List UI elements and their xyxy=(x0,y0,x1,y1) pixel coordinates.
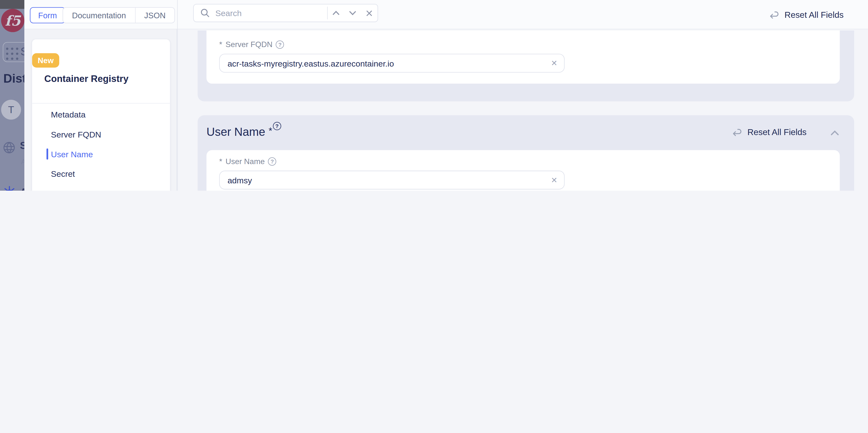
nav-item-label: Email xyxy=(51,189,72,191)
help-icon[interactable]: ? xyxy=(276,40,284,49)
required-mark: * xyxy=(219,157,222,166)
user-name-card: * User Name ? ✕ xyxy=(207,150,840,191)
nav-item-server-fqdn[interactable]: Server FQDN xyxy=(51,128,101,140)
sidebar-item-label[interactable]: S xyxy=(20,140,24,152)
f5-logo-text: f5 xyxy=(5,13,21,28)
app-window: f5 S Dist T S A A xyxy=(0,0,868,191)
server-fqdn-card: * Server FQDN ? ✕ xyxy=(207,30,840,84)
undo-icon xyxy=(731,127,742,138)
nav-item-label: User Name xyxy=(51,149,93,159)
nav-item-email[interactable]: Email xyxy=(51,187,72,191)
nav-item-user-name[interactable]: User Name xyxy=(51,148,93,160)
field-label-text: User Name xyxy=(225,157,265,166)
required-mark: * xyxy=(269,126,272,137)
tab-json[interactable]: JSON xyxy=(135,8,175,23)
reset-fields-label: Reset All Fields xyxy=(747,127,807,138)
console-header-strip xyxy=(0,0,24,9)
workspace-label-truncated: S xyxy=(21,45,24,58)
console-title-truncated: Dist xyxy=(3,71,24,86)
nav-item-secret[interactable]: Secret xyxy=(51,167,75,179)
search-prev-button[interactable] xyxy=(328,4,344,22)
search-clear-button[interactable] xyxy=(361,4,378,22)
server-fqdn-input[interactable] xyxy=(226,58,551,68)
reset-all-fields-button[interactable]: Reset All Fields xyxy=(768,0,844,29)
form-nav-panel: New Container Registry Metadata Server F… xyxy=(24,29,177,191)
view-tabs: Documentation JSON xyxy=(63,7,175,23)
field-label-text: Server FQDN xyxy=(225,40,273,49)
user-name-reset-button[interactable]: Reset All Fields xyxy=(731,127,807,138)
user-name-field-label: * User Name ? xyxy=(219,157,277,166)
chevron-up-icon xyxy=(332,10,340,16)
required-mark: * xyxy=(219,40,222,49)
clear-input-icon[interactable]: ✕ xyxy=(551,59,558,67)
search-next-button[interactable] xyxy=(344,4,361,22)
collapse-section-button[interactable] xyxy=(830,130,839,136)
object-type-title: Container Registry xyxy=(44,74,129,85)
sidebar-item-sublabel: A xyxy=(21,157,24,166)
chevron-up-icon xyxy=(830,130,839,136)
tab-documentation[interactable]: Documentation xyxy=(63,8,135,23)
grid-icon xyxy=(5,47,19,61)
app-sidebar: f5 S Dist T S A A xyxy=(0,0,24,191)
nav-item-metadata[interactable]: Metadata xyxy=(51,108,86,120)
f5-logo: f5 xyxy=(1,9,24,32)
search-input[interactable] xyxy=(214,8,327,18)
nav-item-label: Secret xyxy=(51,169,75,178)
form-content: * Server FQDN ? ✕ User Name * ? xyxy=(178,29,868,191)
section-server-fqdn: * Server FQDN ? ✕ xyxy=(197,30,854,102)
section-title: User Name xyxy=(207,125,265,139)
chevron-down-icon xyxy=(349,10,356,16)
user-name-input[interactable] xyxy=(226,175,551,185)
globe-icon xyxy=(2,141,16,154)
clear-input-icon[interactable]: ✕ xyxy=(551,176,558,184)
nav-divider xyxy=(32,103,170,104)
close-icon xyxy=(366,10,372,16)
tab-form-label: Form xyxy=(38,11,57,20)
help-icon[interactable]: ? xyxy=(268,157,276,165)
kubernetes-icon xyxy=(2,185,17,191)
tab-form[interactable]: Form xyxy=(30,7,65,23)
nav-item-label: Server FQDN xyxy=(51,129,101,139)
object-nav-card: New Container Registry Metadata Server F… xyxy=(32,39,170,191)
user-name-section-header: User Name * ? xyxy=(207,125,281,139)
nav-item-label: Metadata xyxy=(51,110,86,119)
reset-all-fields-label: Reset All Fields xyxy=(784,10,844,20)
new-badge: New xyxy=(32,53,59,67)
top-bar: Form Documentation JSON xyxy=(24,0,868,29)
sidebar-item-label[interactable]: A xyxy=(20,186,24,191)
tab-documentation-label: Documentation xyxy=(72,11,126,20)
server-fqdn-input-wrap: ✕ xyxy=(219,54,565,73)
help-icon[interactable]: ? xyxy=(273,122,281,130)
search-icon xyxy=(200,8,210,18)
tab-json-label: JSON xyxy=(144,11,166,20)
undo-icon xyxy=(768,10,779,20)
active-nav-indicator xyxy=(46,148,48,160)
server-fqdn-field-label: * Server FQDN ? xyxy=(219,40,284,49)
avatar[interactable]: T xyxy=(1,100,21,120)
search-bar xyxy=(193,4,378,22)
section-user-name: User Name * ? Reset All Fields * User Na… xyxy=(197,115,854,191)
user-name-input-wrap: ✕ xyxy=(219,171,565,190)
